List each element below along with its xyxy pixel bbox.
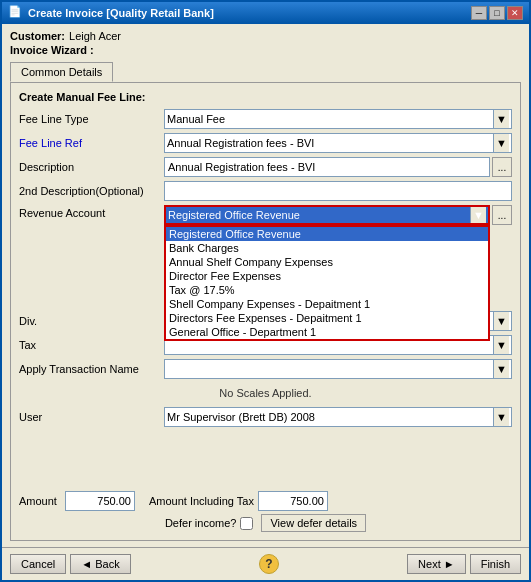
description-input[interactable]	[164, 157, 490, 177]
list-item[interactable]: Director Fee Expenses	[166, 269, 488, 283]
next-button[interactable]: Next ►	[407, 554, 466, 574]
div-arrow[interactable]: ▼	[493, 312, 509, 330]
revenue-account-dropdown[interactable]: Registered Office Revenue ▼	[164, 205, 490, 225]
revenue-account-control: Registered Office Revenue ▼ Registered O…	[164, 205, 512, 225]
revenue-dropdown-list: Registered Office Revenue Bank Charges A…	[164, 225, 490, 341]
revenue-dropdown-container: Registered Office Revenue ▼ Registered O…	[164, 205, 490, 225]
list-item[interactable]: Bank Charges	[166, 241, 488, 255]
list-item[interactable]: Shell Company Expenses - Depaitment 1	[166, 297, 488, 311]
revenue-account-label: Revenue Account	[19, 205, 164, 219]
list-item[interactable]: Registered Office Revenue	[166, 227, 488, 241]
user-row: User Mr Supervisor (Brett DB) 2008 ▼	[19, 407, 512, 427]
main-window: 📄 Create Invoice [Quality Retail Bank] ─…	[0, 0, 531, 582]
fee-line-type-row: Fee Line Type Manual Fee ▼	[19, 109, 512, 129]
list-item[interactable]: Annual Shelf Company Expenses	[166, 255, 488, 269]
description2-row: 2nd Description(Optional)	[19, 181, 512, 201]
tab-common-details[interactable]: Common Details	[10, 62, 113, 82]
window-title: Create Invoice [Quality Retail Bank]	[28, 7, 471, 19]
div-label: Div.	[19, 315, 164, 327]
bottom-center: ?	[259, 554, 279, 574]
revenue-account-row: Revenue Account Registered Office Revenu…	[19, 205, 512, 225]
list-item[interactable]: Tax @ 17.5%	[166, 283, 488, 297]
bottom-bar: Cancel ◄ Back ? Next ► Finish	[2, 547, 529, 580]
fee-line-ref-row: Fee Line Ref Annual Registration fees - …	[19, 133, 512, 153]
amount-input[interactable]	[65, 491, 135, 511]
list-item[interactable]: General Office - Department 1	[166, 325, 488, 339]
help-icon[interactable]: ?	[259, 554, 279, 574]
window-icon: 📄	[8, 5, 24, 21]
fee-line-type-label: Fee Line Type	[19, 113, 164, 125]
maximize-button[interactable]: □	[489, 6, 505, 20]
apply-trans-arrow[interactable]: ▼	[493, 360, 509, 378]
description2-input[interactable]	[164, 181, 512, 201]
apply-trans-control: ▼	[164, 359, 512, 379]
amount-label: Amount	[19, 495, 57, 507]
fee-line-ref-value: Annual Registration fees - BVI	[167, 137, 493, 149]
defer-row: Defer income? View defer details	[19, 514, 512, 532]
minimize-button[interactable]: ─	[471, 6, 487, 20]
description-dots-button[interactable]: ...	[492, 157, 512, 177]
back-button[interactable]: ◄ Back	[70, 554, 130, 574]
user-label: User	[19, 411, 164, 423]
finish-button[interactable]: Finish	[470, 554, 521, 574]
tax-arrow[interactable]: ▼	[493, 336, 509, 354]
apply-trans-row: Apply Transaction Name ▼	[19, 359, 512, 379]
tab-bar: Common Details	[10, 62, 521, 82]
cancel-button[interactable]: Cancel	[10, 554, 66, 574]
spacer	[19, 431, 512, 487]
bottom-left-buttons: Cancel ◄ Back	[10, 554, 131, 574]
tax-label: Tax	[19, 339, 164, 351]
bottom-right-buttons: Next ► Finish	[407, 554, 521, 574]
tax-amount-input[interactable]	[258, 491, 328, 511]
user-control: Mr Supervisor (Brett DB) 2008 ▼	[164, 407, 512, 427]
customer-row: Customer: Leigh Acer	[10, 30, 521, 42]
window-controls: ─ □ ✕	[471, 6, 523, 20]
description-row: Description ...	[19, 157, 512, 177]
apply-trans-label: Apply Transaction Name	[19, 363, 164, 375]
fee-line-type-value: Manual Fee	[167, 113, 493, 125]
view-defer-button[interactable]: View defer details	[261, 514, 366, 532]
customer-label: Customer:	[10, 30, 65, 42]
fee-line-ref-control: Annual Registration fees - BVI ▼	[164, 133, 512, 153]
section-title: Create Manual Fee Line:	[19, 91, 512, 103]
fee-line-ref-dropdown[interactable]: Annual Registration fees - BVI ▼	[164, 133, 512, 153]
tab-content: Create Manual Fee Line: Fee Line Type Ma…	[10, 82, 521, 541]
revenue-account-value: Registered Office Revenue	[168, 209, 470, 221]
defer-label: Defer income?	[165, 517, 237, 529]
description2-control	[164, 181, 512, 201]
tax-amount-label: Amount Including Tax	[149, 495, 254, 507]
fee-line-type-arrow[interactable]: ▼	[493, 110, 509, 128]
user-arrow[interactable]: ▼	[493, 408, 509, 426]
customer-value: Leigh Acer	[69, 30, 121, 42]
fee-line-type-dropdown[interactable]: Manual Fee ▼	[164, 109, 512, 129]
defer-checkbox[interactable]	[240, 517, 253, 530]
revenue-account-arrow[interactable]: ▼	[470, 207, 486, 223]
user-value: Mr Supervisor (Brett DB) 2008	[167, 411, 493, 423]
fee-line-ref-arrow[interactable]: ▼	[493, 134, 509, 152]
no-scales-text: No Scales Applied.	[19, 387, 512, 399]
description-control: ...	[164, 157, 512, 177]
fee-line-type-control: Manual Fee ▼	[164, 109, 512, 129]
description2-label: 2nd Description(Optional)	[19, 185, 164, 197]
close-button[interactable]: ✕	[507, 6, 523, 20]
description-label: Description	[19, 161, 164, 173]
wizard-label: Invoice Wizard :	[10, 44, 521, 56]
title-bar: 📄 Create Invoice [Quality Retail Bank] ─…	[2, 2, 529, 24]
apply-trans-dropdown[interactable]: ▼	[164, 359, 512, 379]
amount-row: Amount Amount Including Tax	[19, 487, 512, 511]
fee-line-ref-label: Fee Line Ref	[19, 137, 164, 149]
revenue-dots-button[interactable]: ...	[492, 205, 512, 225]
user-dropdown[interactable]: Mr Supervisor (Brett DB) 2008 ▼	[164, 407, 512, 427]
list-item[interactable]: Directors Fee Expenses - Depaitment 1	[166, 311, 488, 325]
content-area: Customer: Leigh Acer Invoice Wizard : Co…	[2, 24, 529, 547]
